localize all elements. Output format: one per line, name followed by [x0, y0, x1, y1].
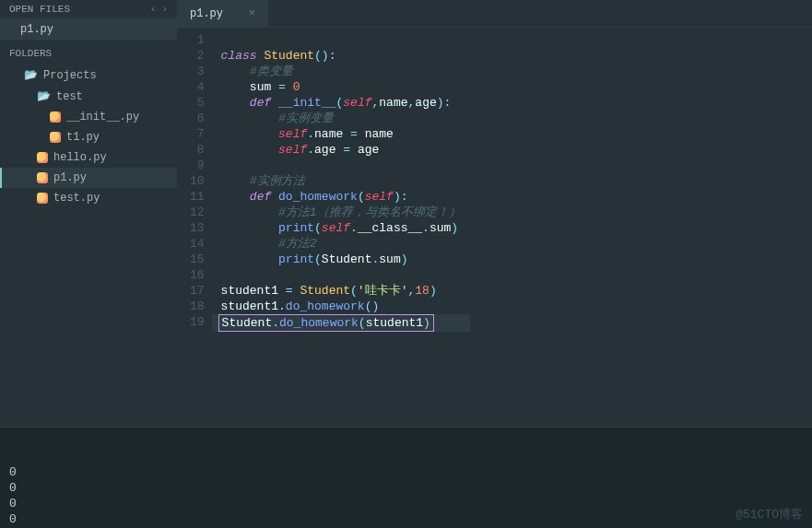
tree-item-label: hello.py [53, 151, 107, 164]
py-icon [37, 152, 48, 163]
tree-item-label: test [56, 90, 83, 103]
py-icon [37, 172, 48, 183]
open-files-header: OPEN FILES ‹ › [0, 0, 177, 18]
file-item[interactable]: test.py [0, 188, 177, 208]
folder-item[interactable]: test [0, 86, 177, 107]
folder-item[interactable]: Projects [0, 65, 177, 86]
tree-item-label: test.py [53, 192, 100, 205]
folder-open-icon [37, 89, 51, 103]
line-gutter: 12345678910111213141516171819 [177, 28, 212, 427]
tree-item-label: Projects [43, 69, 97, 82]
close-icon[interactable]: × [249, 7, 255, 20]
tab-p1[interactable]: p1.py × [177, 0, 268, 27]
folders-label: FOLDERS [0, 41, 177, 63]
tree-item-label: t1.py [66, 131, 100, 144]
watermark: @51CTO博客 [736, 507, 803, 522]
tree-item-label: p1.py [53, 171, 87, 184]
py-icon [50, 111, 61, 123]
tab-label: p1.py [190, 7, 223, 20]
prev-icon[interactable]: ‹ [150, 4, 157, 15]
open-file-item[interactable]: p1.py [0, 18, 177, 41]
console-text: 0 0 0 0 [Finished in 0.1s] [9, 464, 803, 528]
py-icon [37, 193, 48, 204]
next-icon[interactable]: › [161, 4, 168, 15]
file-item[interactable]: t1.py [0, 127, 177, 147]
tree-item-label: __init__.py [66, 111, 139, 123]
file-item[interactable]: __init__.py [0, 107, 177, 127]
sidebar: OPEN FILES ‹ › p1.py FOLDERS Projectstes… [0, 0, 177, 427]
py-icon [50, 132, 61, 143]
file-item[interactable]: p1.py [0, 168, 177, 188]
code-content[interactable]: class Student(): #类变量 sum = 0 def __init… [212, 28, 470, 427]
code-editor[interactable]: 12345678910111213141516171819 class Stud… [177, 28, 812, 427]
output-console: 0 0 0 0 [Finished in 0.1s] @51CTO博客 [0, 427, 812, 528]
file-item[interactable]: hello.py [0, 147, 177, 168]
editor-area: p1.py × 12345678910111213141516171819 cl… [177, 0, 812, 427]
tab-bar: p1.py × [177, 0, 812, 28]
open-files-label: OPEN FILES [9, 4, 70, 15]
folder-open-icon [24, 68, 38, 82]
